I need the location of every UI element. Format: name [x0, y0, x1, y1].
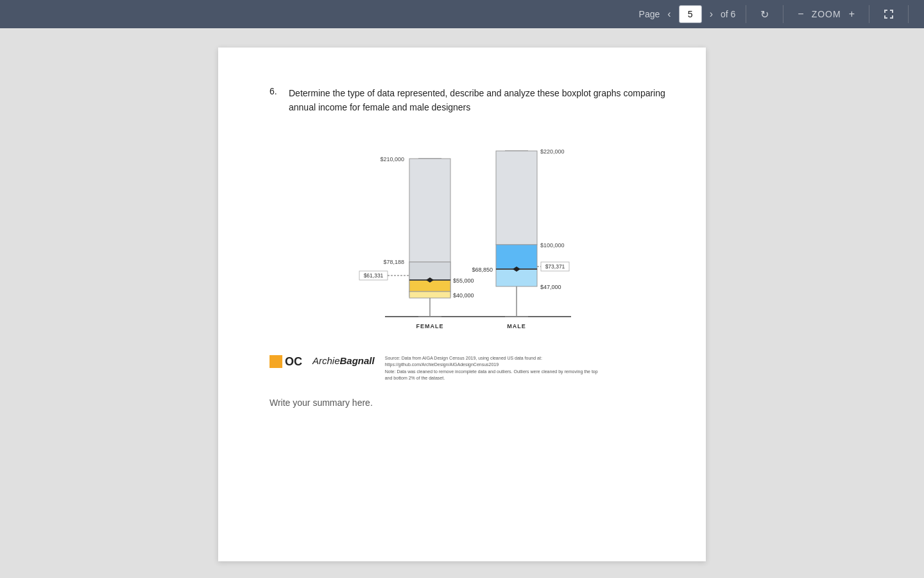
chart-container: $210,000 $78,188 $55,000 $40,000 $61,331…: [270, 130, 667, 336]
svg-rect-7: [409, 262, 450, 280]
zoom-label: ZOOM: [812, 9, 841, 19]
svg-rect-9: [409, 292, 450, 298]
oc-logo: OC: [270, 355, 302, 369]
refresh-button[interactable]: ↻: [757, 6, 773, 23]
archie-bagnall-logo: ArchieBagnall: [312, 355, 375, 366]
refresh-section: ↻: [757, 6, 773, 23]
question-6: 6. Determine the type of data represente…: [270, 86, 667, 115]
svg-text:$40,000: $40,000: [453, 292, 474, 299]
divider-3: [869, 5, 869, 23]
svg-rect-6: [409, 159, 450, 262]
svg-text:MALE: MALE: [507, 323, 526, 329]
divider-2: [783, 5, 783, 23]
svg-text:$61,331: $61,331: [364, 272, 384, 279]
toolbar: Page ‹ › of 6 ↻ − ZOOM +: [0, 0, 924, 28]
question-text: Determine the type of data represented, …: [289, 86, 667, 115]
zoom-out-button[interactable]: −: [794, 6, 807, 22]
divider-1: [746, 5, 746, 23]
svg-text:FEMALE: FEMALE: [416, 323, 444, 329]
zoom-section: − ZOOM +: [794, 6, 859, 22]
document-page: 6. Determine the type of data represente…: [218, 48, 706, 561]
svg-text:$68,850: $68,850: [472, 267, 493, 273]
fullscreen-button[interactable]: [880, 6, 898, 22]
oc-square: [270, 355, 282, 368]
archie-bagnall-text: ArchieBagnall: [312, 355, 375, 366]
question-number: 6.: [270, 86, 282, 115]
svg-text:$73,371: $73,371: [545, 263, 565, 270]
svg-rect-26: [496, 269, 537, 286]
source-note: Source: Data from AIGA Design Census 201…: [385, 355, 603, 369]
footer-note: Source: Data from AIGA Design Census 201…: [385, 355, 603, 382]
page-navigation: Page ‹ › of 6: [639, 5, 736, 23]
boxplot-chart: $210,000 $78,188 $55,000 $40,000 $61,331…: [334, 130, 603, 336]
prev-page-button[interactable]: ‹: [663, 6, 674, 22]
svg-text:$220,000: $220,000: [540, 148, 565, 155]
zoom-in-button[interactable]: +: [845, 6, 859, 22]
doc-footer: OC ArchieBagnall Source: Data from AIGA …: [270, 355, 667, 382]
svg-rect-24: [496, 151, 537, 245]
page-number-input[interactable]: [679, 5, 702, 23]
svg-text:$78,188: $78,188: [383, 259, 404, 265]
divider-4: [908, 5, 909, 23]
total-pages: of 6: [721, 9, 735, 19]
oc-text: OC: [285, 355, 302, 369]
svg-text:$47,000: $47,000: [540, 284, 561, 290]
svg-text:$55,000: $55,000: [453, 277, 474, 284]
summary-placeholder[interactable]: Write your summary here.: [270, 398, 667, 408]
page-label: Page: [639, 9, 660, 19]
next-page-button[interactable]: ›: [706, 6, 717, 22]
page-area: 6. Determine the type of data represente…: [0, 28, 924, 578]
disclaimer-note: Note: Data was cleaned to remove incompl…: [385, 369, 603, 382]
svg-text:$210,000: $210,000: [380, 156, 404, 162]
svg-rect-25: [496, 245, 537, 269]
svg-text:$100,000: $100,000: [540, 242, 565, 249]
